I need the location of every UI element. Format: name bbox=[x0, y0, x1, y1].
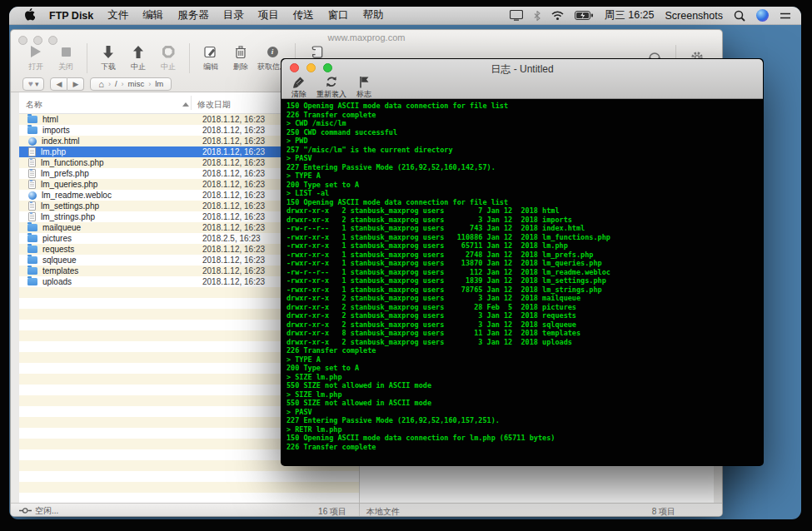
play-icon bbox=[31, 46, 41, 57]
battery-icon[interactable] bbox=[575, 11, 594, 20]
menu-item[interactable]: 文件 bbox=[107, 8, 128, 22]
menu-item[interactable]: 项目 bbox=[258, 8, 279, 22]
terminal-line: 226 Transfer complete bbox=[286, 111, 763, 120]
file-date: 2018.1.12, 16:23 bbox=[202, 256, 265, 265]
close-button[interactable]: 关闭 bbox=[52, 43, 79, 72]
file-icon bbox=[27, 246, 37, 253]
clear-log-button[interactable]: 清除 bbox=[291, 76, 306, 100]
menu-app-name[interactable]: FTP Disk bbox=[49, 10, 93, 22]
local-files-label: 本地文件 bbox=[366, 506, 400, 517]
menu-item[interactable]: 窗口 bbox=[328, 8, 349, 22]
spotlight-search-icon[interactable] bbox=[734, 10, 745, 22]
breadcrumb-segment[interactable]: lm bbox=[155, 79, 163, 88]
file-icon bbox=[28, 158, 36, 167]
breadcrumb[interactable]: ⌂ ›/ ›misc ›lm bbox=[90, 77, 172, 91]
upload-arrow-icon bbox=[132, 43, 144, 60]
trash-icon bbox=[235, 43, 247, 60]
file-date: 2018.1.12, 16:23 bbox=[202, 212, 265, 221]
display-bezel: FTP Disk 文件编辑服务器目录项目传送窗口帮助 周三 16:25 Scre… bbox=[0, 0, 812, 531]
forward-arrow-icon: ▶ bbox=[72, 80, 78, 88]
menu-item[interactable]: 编辑 bbox=[142, 8, 163, 22]
terminal-line: > PASV bbox=[286, 408, 763, 417]
log-window: 日志 - Untitled 清除 重新装入 标志 bbox=[281, 58, 764, 466]
abort-button[interactable]: 中止 bbox=[155, 43, 182, 72]
chevron-down-icon: ▾ bbox=[35, 80, 39, 88]
terminal-line: 227 Entering Passive Mode (216,92,52,160… bbox=[286, 163, 763, 172]
file-icon bbox=[28, 212, 36, 221]
notification-center-icon[interactable] bbox=[780, 11, 791, 21]
terminal-log[interactable]: 150 Opening ASCII mode data connection f… bbox=[281, 99, 763, 465]
ftp-status-bar: 空闲... 16 项目 本地文件 8 项目 bbox=[11, 503, 722, 516]
display-mirroring-icon[interactable] bbox=[510, 10, 523, 21]
menu-clock[interactable]: 周三 16:25 bbox=[605, 8, 655, 22]
menu-list: 文件编辑服务器目录项目传送窗口帮助 bbox=[107, 8, 384, 22]
screenshots-menu-item[interactable]: Screenshots bbox=[665, 10, 723, 22]
terminal-line: 550 SIZE not allowed in ASCII mode bbox=[286, 399, 763, 408]
column-divider[interactable] bbox=[191, 96, 192, 110]
file-icon bbox=[28, 147, 36, 156]
file-date: 2018.1.12, 16:23 bbox=[202, 266, 265, 275]
back-arrow-icon: ◀ bbox=[56, 80, 62, 88]
menu-item[interactable]: 传送 bbox=[293, 8, 314, 22]
menu-item[interactable]: 目录 bbox=[223, 8, 244, 22]
file-date: 2018.1.12, 16:23 bbox=[202, 245, 265, 254]
column-header-date[interactable]: 修改日期 bbox=[197, 99, 231, 111]
back-button[interactable]: ◀ bbox=[50, 77, 67, 91]
status-divider bbox=[359, 504, 360, 516]
terminal-line: > PASV bbox=[286, 154, 763, 163]
flag-log-button[interactable]: 标志 bbox=[356, 76, 371, 100]
upload-button[interactable]: 中止 bbox=[125, 43, 152, 72]
breadcrumb-segment[interactable]: misc bbox=[128, 79, 145, 88]
menu-item[interactable]: 服务器 bbox=[177, 8, 209, 22]
siri-icon[interactable] bbox=[756, 9, 769, 22]
file-icon bbox=[28, 137, 37, 146]
edit-button[interactable]: 编辑 bbox=[197, 43, 224, 72]
terminal-line: 150 Opening ASCII mode data connection f… bbox=[286, 198, 763, 207]
file-icon bbox=[27, 224, 37, 231]
file-icon bbox=[28, 201, 36, 211]
terminal-line: 227 Entering Passive Mode (216,92,52,160… bbox=[286, 416, 763, 425]
edit-icon bbox=[204, 43, 217, 60]
download-arrow-icon bbox=[102, 43, 114, 60]
delete-button[interactable]: 删除 bbox=[227, 43, 254, 72]
favorites-button[interactable]: ♥▾ bbox=[22, 77, 44, 91]
log-window-title: 日志 - Untitled bbox=[281, 62, 763, 77]
toolbar-separator bbox=[189, 43, 190, 73]
file-date: 2018.1.12, 16:23 bbox=[202, 180, 265, 189]
terminal-line: 200 Type set to A bbox=[286, 181, 763, 190]
terminal-line: drwxr-xr-x 2 stanbusk_maxprog users 3 Ja… bbox=[286, 216, 763, 225]
stop-square-icon bbox=[62, 47, 71, 57]
file-date: 2018.1.12, 16:23 bbox=[202, 223, 265, 232]
file-name: html bbox=[42, 115, 58, 124]
download-button[interactable]: 下载 bbox=[95, 43, 122, 72]
file-icon bbox=[28, 191, 37, 200]
terminal-line: drwxr-xr-x 8 stanbusk_maxprog users 11 J… bbox=[286, 329, 763, 338]
terminal-line: 257 "/misc/lm" is the current directory bbox=[286, 146, 763, 155]
menu-item[interactable]: 帮助 bbox=[363, 8, 384, 22]
terminal-line: > SIZE lm.php bbox=[286, 390, 763, 399]
local-item-count: 8 项目 bbox=[652, 506, 675, 517]
open-button[interactable]: 打开 bbox=[22, 43, 49, 72]
sort-ascending-icon bbox=[182, 102, 189, 107]
forward-button[interactable]: ▶ bbox=[67, 77, 84, 91]
file-name: lm_prefs.php bbox=[41, 169, 89, 178]
bluetooth-icon[interactable] bbox=[534, 11, 541, 21]
terminal-line: drwxr-xr-x 2 stanbusk_maxprog users 3 Ja… bbox=[286, 311, 763, 320]
file-name: lm_strings.php bbox=[41, 212, 95, 221]
file-icon bbox=[28, 169, 36, 178]
file-name: sqlqueue bbox=[42, 256, 77, 265]
wifi-icon[interactable] bbox=[551, 11, 564, 20]
apple-icon[interactable] bbox=[24, 8, 35, 23]
terminal-line: 550 SIZE not allowed in ASCII mode bbox=[286, 381, 763, 390]
reload-log-button[interactable]: 重新装入 bbox=[316, 76, 346, 100]
home-icon[interactable]: ⌂ bbox=[98, 79, 104, 89]
file-name: lm_readme.webloc bbox=[42, 191, 112, 200]
window-title: www.maxprog.com bbox=[11, 32, 722, 42]
terminal-line: > TYPE A bbox=[286, 355, 763, 365]
breadcrumb-segment[interactable]: / bbox=[115, 79, 117, 88]
terminal-line: drwxr-xr-x 2 stanbusk_maxprog users 28 F… bbox=[286, 303, 763, 312]
file-date: 2018.1.12, 16:23 bbox=[202, 201, 265, 211]
column-header-name[interactable]: 名称 bbox=[26, 99, 42, 111]
refresh-icon bbox=[325, 76, 338, 88]
terminal-line: > TYPE A bbox=[286, 171, 763, 181]
